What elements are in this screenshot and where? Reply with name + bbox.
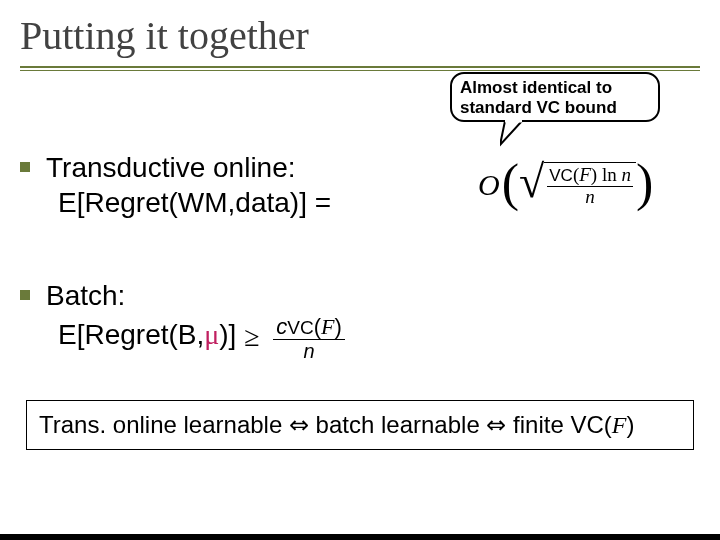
iff-arrow-2: ⇔ (486, 412, 506, 438)
svg-marker-0 (500, 121, 522, 145)
iff-arrow-1: ⇔ (289, 412, 309, 438)
slide-title-area: Putting it together (20, 12, 700, 59)
bullet-2-line1: Batch: (46, 278, 646, 313)
bullet-2-suffix: )] (219, 319, 236, 350)
slide-title: Putting it together (20, 13, 309, 58)
bullet-marker-icon (20, 290, 30, 300)
bullet-1-line2: E[Regret(WM,data)] = (58, 185, 476, 220)
concl-t4: ) (626, 411, 634, 438)
slide: Putting it together Almost identical to … (0, 0, 720, 540)
callout-line1: Almost identical to (460, 78, 650, 98)
bullet-2: Batch: E[Regret(B,μ)] ≥ cVC(F) n (46, 278, 646, 360)
big-o-symbol: O (478, 168, 500, 202)
c-var: c (276, 314, 287, 339)
n-denom: n (304, 340, 315, 362)
sqrt-block: √ VC(F) ln n n (519, 162, 636, 208)
n-top: n (621, 164, 631, 185)
fraction-2: cVC(F) n (273, 315, 345, 362)
n-bottom: n (583, 187, 597, 208)
bullet-2-prefix: E[Regret(B, (58, 319, 204, 350)
conclusion-box: Trans. online learnable ⇔ batch learnabl… (26, 400, 694, 450)
ln-label: ln (602, 164, 617, 185)
script-f-2: F (321, 314, 334, 339)
bullet-marker-icon (20, 162, 30, 172)
vc-label: VC (549, 166, 573, 185)
concl-t1: Trans. online learnable (39, 411, 289, 438)
footer-bar (0, 534, 720, 540)
concl-t2: batch learnable (309, 411, 486, 438)
bullet-1: Transductive online: E[Regret(WM,data)] … (46, 150, 476, 220)
concl-t3: finite VC( (506, 411, 611, 438)
script-f-3: F (612, 412, 627, 438)
formula-big-o: O ( √ VC(F) ln n n ) (478, 162, 653, 208)
bullet-1-line1: Transductive online: (46, 150, 476, 185)
mu-symbol: μ (204, 319, 219, 350)
bullet-2-line2: E[Regret(B,μ)] ≥ cVC(F) n (58, 313, 646, 360)
callout-box: Almost identical to standard VC bound (450, 72, 660, 122)
vc-label-2: VC (287, 317, 313, 338)
script-f: F (579, 164, 591, 185)
geq-symbol: ≥ (244, 319, 259, 354)
callout-line2: standard VC bound (460, 98, 650, 118)
fraction-1: VC(F) ln n n (547, 165, 633, 208)
